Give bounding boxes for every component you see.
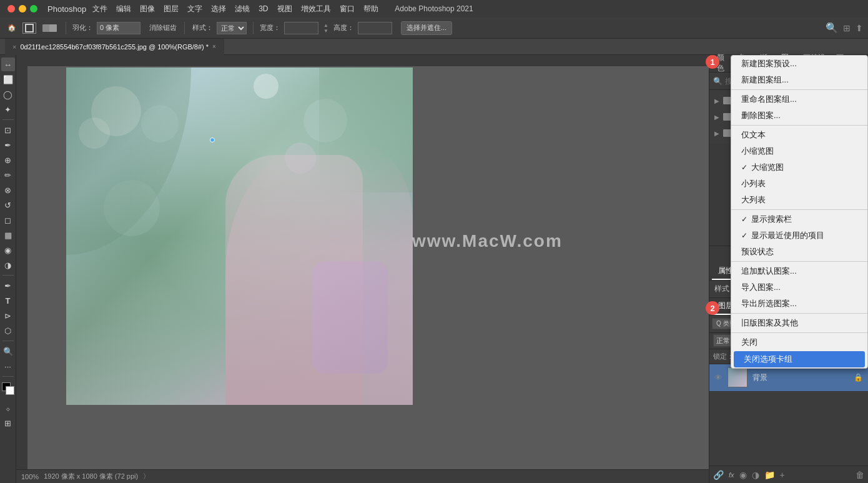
feather-input[interactable] xyxy=(97,22,141,34)
crop-tool[interactable]: ⊡ xyxy=(1,123,15,137)
check-icon-2: ✓ xyxy=(741,215,747,224)
search-icon: 🔍 xyxy=(713,77,723,86)
history-brush-tool[interactable]: ↺ xyxy=(1,198,15,212)
menu-preset-status[interactable]: 预设状态 xyxy=(731,244,867,260)
menu-large-list[interactable]: 大列表 xyxy=(731,192,867,208)
layer-visibility-icon[interactable]: 👁 xyxy=(714,373,723,382)
zoom-level: 100% xyxy=(21,473,39,481)
share-icon[interactable]: ⬆ xyxy=(856,23,863,33)
quick-mask-btn[interactable]: ⬦ xyxy=(1,401,15,415)
healing-tool[interactable]: ⊕ xyxy=(1,153,15,167)
menu-select[interactable]: 选择 xyxy=(211,4,226,14)
layer-thumbnail xyxy=(727,367,747,387)
extra-tools[interactable]: ··· xyxy=(1,359,15,373)
zoom-tool[interactable]: 🔍 xyxy=(1,344,15,358)
show-search-label: 显示搜索栏 xyxy=(751,214,792,225)
background-color[interactable] xyxy=(6,386,14,395)
blur-tool[interactable]: ◉ xyxy=(1,243,15,257)
document-tab-name: 0d21f1ec128554b67cf03f87b561c255.jpg @ 1… xyxy=(20,43,209,51)
menu-help[interactable]: 帮助 xyxy=(363,4,378,14)
delete-layer-icon[interactable]: 🗑 xyxy=(856,470,864,480)
menu-rename-group[interactable]: 重命名图案组... xyxy=(731,91,867,107)
add-mask-icon[interactable]: ◉ xyxy=(739,470,747,480)
transform-handle[interactable] xyxy=(210,137,215,142)
add-adjustment-icon[interactable]: ◑ xyxy=(752,470,759,480)
menu-3d[interactable]: 3D xyxy=(259,4,268,13)
menu-large-thumbnail[interactable]: ✓ 大缩览图 xyxy=(731,159,867,176)
separator-3 xyxy=(731,209,867,210)
check-icon-3: ✓ xyxy=(741,231,747,240)
gradient-tool[interactable]: ▦ xyxy=(1,228,15,242)
document-tab[interactable]: × 0d21f1ec128554b67cf03f87b561c255.jpg @… xyxy=(5,39,224,55)
menu-export[interactable]: 导出所选图案... xyxy=(731,296,867,312)
layer-lock-icon: 🔒 xyxy=(854,373,863,382)
menu-filter[interactable]: 滤镜 xyxy=(235,4,250,14)
minimize-button[interactable] xyxy=(19,5,26,12)
height-input[interactable] xyxy=(358,22,392,34)
menu-edit[interactable]: 编辑 xyxy=(116,4,131,14)
search-icon[interactable]: 🔍 xyxy=(826,22,838,34)
new-layer-icon[interactable]: + xyxy=(780,470,785,480)
menu-new-group[interactable]: 新建图案组... xyxy=(731,72,867,88)
close-button[interactable] xyxy=(7,5,15,12)
menu-view[interactable]: 视图 xyxy=(277,4,292,14)
brush-tool[interactable]: ✏ xyxy=(1,168,15,182)
link-layers-icon[interactable]: 🔗 xyxy=(713,470,724,480)
app-title: Adobe Photoshop 2021 xyxy=(395,4,473,13)
dodge-tool[interactable]: ◑ xyxy=(1,258,15,272)
menu-append-default[interactable]: 追加默认图案... xyxy=(731,263,867,279)
menu-new-preset[interactable]: 新建图案预设... xyxy=(731,56,867,72)
expand-arrow-2: ▶ xyxy=(714,114,719,121)
badge-2: 2 xyxy=(706,301,719,315)
menu-show-recent[interactable]: ✓ 显示最近使用的项目 xyxy=(731,227,867,244)
magic-wand-tool[interactable]: ✦ xyxy=(1,102,15,116)
clone-tool[interactable]: ⊗ xyxy=(1,183,15,197)
height-label: 高度： xyxy=(333,23,354,32)
show-recent-label: 显示最近使用的项目 xyxy=(751,230,824,241)
menu-file[interactable]: 文件 xyxy=(92,4,107,14)
menu-image[interactable]: 图像 xyxy=(140,4,155,14)
eyedropper-tool[interactable]: ✒ xyxy=(1,138,15,152)
style-select[interactable]: 正常 xyxy=(217,22,247,34)
app-name: Photoshop xyxy=(47,4,86,14)
menu-legacy-patterns[interactable]: 旧版图案及其他 xyxy=(731,315,867,331)
fx-icon[interactable]: fx xyxy=(729,471,734,479)
arrange-icon[interactable]: ⊞ xyxy=(843,23,851,33)
home-button[interactable]: 🏠 xyxy=(5,22,19,33)
maximize-button[interactable] xyxy=(30,5,37,12)
badge-1: 1 xyxy=(706,55,719,69)
screen-mode-btn[interactable]: ⊞ xyxy=(1,416,15,430)
text-tool[interactable]: T xyxy=(1,294,15,307)
menu-text-only[interactable]: 仅文本 xyxy=(731,127,867,143)
marquee-tool[interactable] xyxy=(22,22,36,34)
menu-text[interactable]: 文字 xyxy=(187,4,202,14)
menu-layer[interactable]: 图层 xyxy=(164,4,179,14)
color-blocks[interactable] xyxy=(2,382,14,395)
eraser-tool[interactable]: ◻ xyxy=(1,213,15,227)
menu-window[interactable]: 窗口 xyxy=(340,4,355,14)
width-input[interactable] xyxy=(284,22,318,34)
menu-small-list[interactable]: 小列表 xyxy=(731,176,867,192)
menu-plugins[interactable]: 增效工具 xyxy=(301,4,331,14)
expand-arrow: ▶ xyxy=(714,97,719,104)
canvas[interactable] xyxy=(66,67,413,405)
path-select-tool[interactable]: ⊳ xyxy=(1,309,15,322)
menu-delete-pattern[interactable]: 删除图案... xyxy=(731,107,867,124)
marquee-tool[interactable]: ⬜ xyxy=(1,72,15,86)
menu-close[interactable]: 关闭 xyxy=(731,334,867,351)
shape-tool[interactable]: ⬡ xyxy=(1,324,15,337)
menu-show-search[interactable]: ✓ 显示搜索栏 xyxy=(731,211,867,227)
tab-close-button[interactable]: × xyxy=(212,43,216,50)
separator-5 xyxy=(731,313,867,314)
menu-import[interactable]: 导入图案... xyxy=(731,279,867,296)
new-group-icon[interactable]: 📁 xyxy=(764,470,775,480)
pen-tool[interactable]: ✒ xyxy=(1,279,15,292)
style-label: 样式： xyxy=(192,23,213,32)
select-subject-button[interactable]: 选择并遮住... xyxy=(401,21,452,35)
move-tool[interactable]: ↔ xyxy=(1,57,15,71)
menu-small-thumbnail[interactable]: 小缩览图 xyxy=(731,143,867,159)
titlebar: Photoshop 文件 编辑 图像 图层 文字 选择 滤镜 3D 视图 增效工… xyxy=(0,0,868,17)
lasso-tool[interactable]: ◯ xyxy=(1,87,15,101)
menu-close-tab-group[interactable]: 关闭选项卡组 xyxy=(734,351,865,367)
delete-selection-label: 消除锯齿 xyxy=(149,23,177,32)
